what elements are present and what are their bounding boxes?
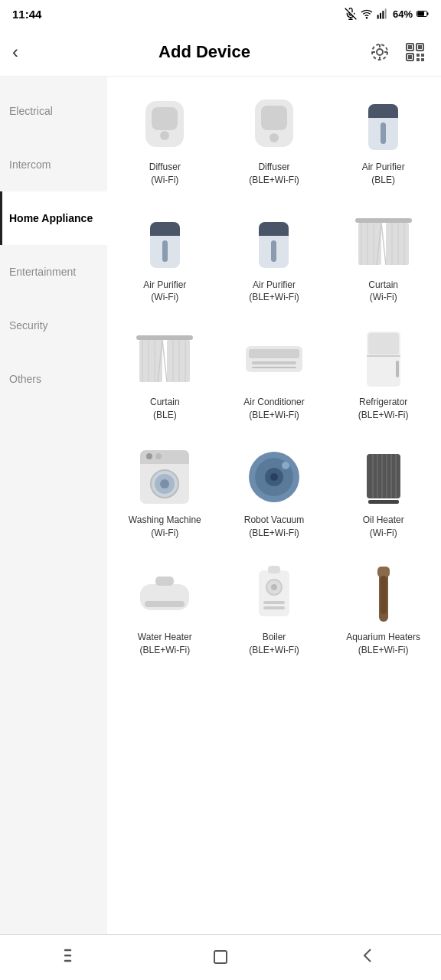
svg-point-82 (146, 453, 152, 459)
air-purifier-ble-wifi-icon-wrap (243, 211, 305, 273)
device-air-purifier-ble-wifi[interactable]: Air Purifier(BLE+Wi-Fi) (223, 202, 326, 314)
svg-point-12 (377, 49, 383, 55)
device-curtain-ble[interactable]: Curtain(BLE) (113, 319, 217, 431)
sidebar-item-home-appliance[interactable]: Home Appliance (0, 191, 107, 245)
status-time: 11:44 (12, 8, 41, 21)
qr-icon (405, 42, 425, 62)
air-purifier-ble-label: Air Purifier(BLE) (362, 161, 405, 187)
svg-point-32 (270, 133, 279, 142)
aquarium-heaters-icon-wrap (353, 564, 414, 625)
svg-rect-24 (421, 54, 424, 57)
home-icon (210, 945, 231, 966)
svg-rect-36 (381, 122, 386, 144)
refrigerator-icon (361, 328, 407, 390)
svg-rect-28 (152, 107, 178, 130)
air-purifier-wifi-icon (144, 211, 186, 273)
svg-rect-107 (377, 567, 390, 577)
svg-rect-40 (162, 240, 168, 262)
washing-machine-icon (137, 447, 192, 507)
sidebar: Electrical Intercom Home Appliance Enter… (0, 77, 107, 934)
svg-rect-7 (385, 8, 387, 18)
air-purifier-wifi-label: Air Purifier(Wi-Fi) (143, 279, 186, 305)
status-icons: 64% (345, 8, 429, 20)
washing-machine-icon-wrap (134, 446, 195, 508)
device-curtain-wifi[interactable]: Curtain(Wi-Fi) (332, 202, 435, 314)
device-robot-vacuum[interactable]: Robot Vacuum(BLE+Wi-Fi) (223, 437, 326, 549)
water-heater-icon (137, 573, 192, 616)
air-conditioner-label: Air Conditioner(BLE+Wi-Fi) (243, 396, 304, 422)
curtain-ble-label: Curtain(BLE) (150, 396, 180, 422)
nav-menu-button[interactable] (0, 939, 147, 976)
device-aquarium-heaters[interactable]: Aquarium Heaters(BLE+Wi-Fi) (332, 554, 435, 666)
svg-rect-44 (271, 240, 276, 262)
signal-icon (377, 8, 389, 20)
svg-rect-21 (418, 45, 422, 49)
sidebar-item-security[interactable]: Security (0, 299, 107, 352)
oil-heater-label: Oil Heater(Wi-Fi) (363, 514, 404, 540)
sidebar-item-entertainment[interactable]: Entertainment (0, 245, 107, 299)
device-grid: Diffuser(Wi-Fi) Diffuser(BLE+Wi-Fi) (113, 84, 435, 666)
battery-text: 64% (393, 8, 413, 20)
device-boiler[interactable]: Boiler(BLE+Wi-Fi) (223, 554, 326, 666)
scan-button[interactable] (366, 38, 394, 66)
curtain-ble-icon (135, 332, 194, 386)
svg-rect-75 (368, 333, 399, 354)
svg-rect-70 (252, 367, 296, 368)
air-purifier-ble-icon (362, 93, 404, 155)
svg-rect-20 (408, 45, 412, 49)
svg-rect-22 (408, 55, 412, 59)
svg-line-60 (162, 340, 167, 382)
device-refrigerator[interactable]: Refrigerator(BLE+Wi-Fi) (332, 319, 435, 431)
device-water-heater[interactable]: Water Heater(BLE+Wi-Fi) (113, 554, 217, 666)
svg-rect-58 (167, 340, 190, 382)
back-button[interactable]: ‹ (12, 41, 43, 63)
curtain-ble-icon-wrap (134, 328, 195, 390)
oil-heater-icon-wrap (353, 446, 414, 508)
device-air-purifier-wifi[interactable]: Air Purifier(Wi-Fi) (113, 202, 217, 314)
boiler-label: Boiler(BLE+Wi-Fi) (249, 631, 299, 657)
robot-vacuum-icon (246, 449, 302, 505)
svg-rect-99 (145, 601, 185, 607)
svg-rect-26 (421, 58, 424, 61)
svg-rect-96 (368, 500, 399, 504)
svg-rect-69 (252, 361, 296, 364)
svg-point-87 (270, 473, 278, 481)
air-purifier-ble-wifi-label: Air Purifier(BLE+Wi-Fi) (249, 279, 299, 305)
svg-rect-4 (377, 15, 379, 18)
status-bar: 11:44 64% (0, 0, 441, 28)
header-actions (366, 38, 429, 66)
refrigerator-label: Refrigerator(BLE+Wi-Fi) (358, 396, 409, 422)
nav-back-button[interactable] (294, 937, 441, 978)
svg-rect-10 (417, 11, 424, 15)
svg-rect-68 (249, 349, 299, 358)
device-diffuser-wifi[interactable]: Diffuser(Wi-Fi) (113, 84, 217, 196)
main-content: Electrical Intercom Home Appliance Enter… (0, 77, 441, 934)
svg-point-29 (160, 131, 169, 140)
air-purifier-ble-icon-wrap (353, 93, 414, 155)
bottom-nav (0, 934, 441, 980)
device-oil-heater[interactable]: Oil Heater(Wi-Fi) (332, 437, 435, 549)
mute-icon (345, 8, 357, 20)
svg-rect-74 (396, 361, 399, 377)
svg-rect-39 (150, 230, 180, 236)
svg-rect-6 (382, 11, 384, 19)
svg-rect-47 (386, 223, 409, 265)
oil-heater-icon (361, 448, 407, 506)
sidebar-item-electrical[interactable]: Electrical (0, 84, 107, 138)
svg-point-88 (282, 462, 289, 469)
nav-home-button[interactable] (147, 937, 294, 978)
robot-vacuum-icon-wrap (243, 446, 305, 508)
qr-scan-button[interactable] (401, 38, 429, 66)
diffuser-ble-wifi-icon-wrap (243, 93, 305, 155)
sidebar-item-intercom[interactable]: Intercom (0, 138, 107, 191)
device-diffuser-ble-wifi[interactable]: Diffuser(BLE+Wi-Fi) (223, 84, 326, 196)
scan-icon (369, 41, 390, 63)
curtain-wifi-label: Curtain(Wi-Fi) (368, 279, 398, 305)
sidebar-item-others[interactable]: Others (0, 352, 107, 406)
device-washing-machine[interactable]: Washing Machine(Wi-Fi) (113, 437, 217, 549)
robot-vacuum-label: Robot Vacuum(BLE+Wi-Fi) (244, 514, 305, 540)
device-air-purifier-ble[interactable]: Air Purifier(BLE) (332, 84, 435, 196)
wifi-icon (361, 8, 373, 20)
device-air-conditioner[interactable]: Air Conditioner(BLE+Wi-Fi) (223, 319, 326, 431)
svg-rect-23 (416, 54, 420, 57)
